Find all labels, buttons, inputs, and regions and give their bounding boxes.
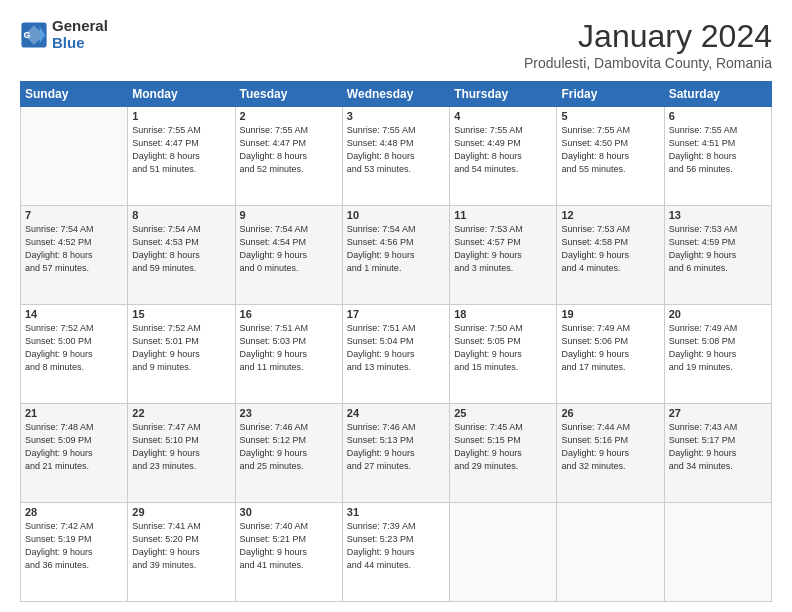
calendar-cell: 10Sunrise: 7:54 AM Sunset: 4:56 PM Dayli… <box>342 206 449 305</box>
header: G General Blue January 2024 Produlesti, … <box>20 18 772 71</box>
day-number: 4 <box>454 110 552 122</box>
day-number: 26 <box>561 407 659 419</box>
subtitle: Produlesti, Dambovita County, Romania <box>524 55 772 71</box>
calendar-cell: 29Sunrise: 7:41 AM Sunset: 5:20 PM Dayli… <box>128 503 235 602</box>
day-number: 29 <box>132 506 230 518</box>
calendar-cell <box>450 503 557 602</box>
day-info: Sunrise: 7:55 AM Sunset: 4:51 PM Dayligh… <box>669 124 767 176</box>
calendar-cell: 20Sunrise: 7:49 AM Sunset: 5:08 PM Dayli… <box>664 305 771 404</box>
day-number: 1 <box>132 110 230 122</box>
calendar-cell: 30Sunrise: 7:40 AM Sunset: 5:21 PM Dayli… <box>235 503 342 602</box>
day-number: 31 <box>347 506 445 518</box>
calendar-cell: 14Sunrise: 7:52 AM Sunset: 5:00 PM Dayli… <box>21 305 128 404</box>
day-info: Sunrise: 7:54 AM Sunset: 4:53 PM Dayligh… <box>132 223 230 275</box>
calendar-cell: 13Sunrise: 7:53 AM Sunset: 4:59 PM Dayli… <box>664 206 771 305</box>
calendar-cell: 22Sunrise: 7:47 AM Sunset: 5:10 PM Dayli… <box>128 404 235 503</box>
logo-icon: G <box>20 21 48 49</box>
calendar-cell: 15Sunrise: 7:52 AM Sunset: 5:01 PM Dayli… <box>128 305 235 404</box>
calendar-cell: 6Sunrise: 7:55 AM Sunset: 4:51 PM Daylig… <box>664 107 771 206</box>
calendar-cell <box>21 107 128 206</box>
calendar-cell: 18Sunrise: 7:50 AM Sunset: 5:05 PM Dayli… <box>450 305 557 404</box>
calendar-cell: 27Sunrise: 7:43 AM Sunset: 5:17 PM Dayli… <box>664 404 771 503</box>
logo-text: General Blue <box>52 18 108 51</box>
day-info: Sunrise: 7:46 AM Sunset: 5:13 PM Dayligh… <box>347 421 445 473</box>
calendar-cell: 19Sunrise: 7:49 AM Sunset: 5:06 PM Dayli… <box>557 305 664 404</box>
day-number: 9 <box>240 209 338 221</box>
day-info: Sunrise: 7:41 AM Sunset: 5:20 PM Dayligh… <box>132 520 230 572</box>
calendar-cell: 1Sunrise: 7:55 AM Sunset: 4:47 PM Daylig… <box>128 107 235 206</box>
day-number: 10 <box>347 209 445 221</box>
day-info: Sunrise: 7:40 AM Sunset: 5:21 PM Dayligh… <box>240 520 338 572</box>
day-number: 16 <box>240 308 338 320</box>
page: G General Blue January 2024 Produlesti, … <box>0 0 792 612</box>
day-number: 3 <box>347 110 445 122</box>
calendar-cell: 8Sunrise: 7:54 AM Sunset: 4:53 PM Daylig… <box>128 206 235 305</box>
day-info: Sunrise: 7:51 AM Sunset: 5:03 PM Dayligh… <box>240 322 338 374</box>
day-info: Sunrise: 7:44 AM Sunset: 5:16 PM Dayligh… <box>561 421 659 473</box>
calendar-cell: 5Sunrise: 7:55 AM Sunset: 4:50 PM Daylig… <box>557 107 664 206</box>
day-info: Sunrise: 7:47 AM Sunset: 5:10 PM Dayligh… <box>132 421 230 473</box>
day-info: Sunrise: 7:43 AM Sunset: 5:17 PM Dayligh… <box>669 421 767 473</box>
day-info: Sunrise: 7:54 AM Sunset: 4:52 PM Dayligh… <box>25 223 123 275</box>
title-block: January 2024 Produlesti, Dambovita Count… <box>524 18 772 71</box>
calendar-cell: 26Sunrise: 7:44 AM Sunset: 5:16 PM Dayli… <box>557 404 664 503</box>
calendar-week-row: 14Sunrise: 7:52 AM Sunset: 5:00 PM Dayli… <box>21 305 772 404</box>
weekday-header-tuesday: Tuesday <box>235 82 342 107</box>
day-number: 15 <box>132 308 230 320</box>
day-info: Sunrise: 7:52 AM Sunset: 5:01 PM Dayligh… <box>132 322 230 374</box>
weekday-header-monday: Monday <box>128 82 235 107</box>
calendar-cell: 7Sunrise: 7:54 AM Sunset: 4:52 PM Daylig… <box>21 206 128 305</box>
day-number: 6 <box>669 110 767 122</box>
day-number: 12 <box>561 209 659 221</box>
calendar-cell: 28Sunrise: 7:42 AM Sunset: 5:19 PM Dayli… <box>21 503 128 602</box>
day-number: 22 <box>132 407 230 419</box>
calendar-cell: 4Sunrise: 7:55 AM Sunset: 4:49 PM Daylig… <box>450 107 557 206</box>
calendar-cell: 3Sunrise: 7:55 AM Sunset: 4:48 PM Daylig… <box>342 107 449 206</box>
calendar-header-row: SundayMondayTuesdayWednesdayThursdayFrid… <box>21 82 772 107</box>
day-number: 2 <box>240 110 338 122</box>
day-number: 20 <box>669 308 767 320</box>
day-number: 8 <box>132 209 230 221</box>
day-number: 5 <box>561 110 659 122</box>
calendar-cell: 16Sunrise: 7:51 AM Sunset: 5:03 PM Dayli… <box>235 305 342 404</box>
calendar-cell <box>664 503 771 602</box>
logo-blue-text: Blue <box>52 35 108 52</box>
weekday-header-friday: Friday <box>557 82 664 107</box>
day-number: 7 <box>25 209 123 221</box>
day-number: 13 <box>669 209 767 221</box>
weekday-header-wednesday: Wednesday <box>342 82 449 107</box>
calendar-week-row: 28Sunrise: 7:42 AM Sunset: 5:19 PM Dayli… <box>21 503 772 602</box>
calendar-cell: 11Sunrise: 7:53 AM Sunset: 4:57 PM Dayli… <box>450 206 557 305</box>
day-info: Sunrise: 7:54 AM Sunset: 4:56 PM Dayligh… <box>347 223 445 275</box>
calendar-cell <box>557 503 664 602</box>
day-info: Sunrise: 7:52 AM Sunset: 5:00 PM Dayligh… <box>25 322 123 374</box>
day-info: Sunrise: 7:50 AM Sunset: 5:05 PM Dayligh… <box>454 322 552 374</box>
day-number: 11 <box>454 209 552 221</box>
day-info: Sunrise: 7:42 AM Sunset: 5:19 PM Dayligh… <box>25 520 123 572</box>
day-info: Sunrise: 7:55 AM Sunset: 4:48 PM Dayligh… <box>347 124 445 176</box>
day-info: Sunrise: 7:55 AM Sunset: 4:47 PM Dayligh… <box>132 124 230 176</box>
logo: G General Blue <box>20 18 108 51</box>
month-title: January 2024 <box>524 18 772 55</box>
calendar-cell: 21Sunrise: 7:48 AM Sunset: 5:09 PM Dayli… <box>21 404 128 503</box>
day-info: Sunrise: 7:54 AM Sunset: 4:54 PM Dayligh… <box>240 223 338 275</box>
day-info: Sunrise: 7:55 AM Sunset: 4:50 PM Dayligh… <box>561 124 659 176</box>
day-info: Sunrise: 7:48 AM Sunset: 5:09 PM Dayligh… <box>25 421 123 473</box>
calendar-cell: 23Sunrise: 7:46 AM Sunset: 5:12 PM Dayli… <box>235 404 342 503</box>
calendar-cell: 12Sunrise: 7:53 AM Sunset: 4:58 PM Dayli… <box>557 206 664 305</box>
calendar-cell: 31Sunrise: 7:39 AM Sunset: 5:23 PM Dayli… <box>342 503 449 602</box>
day-info: Sunrise: 7:55 AM Sunset: 4:47 PM Dayligh… <box>240 124 338 176</box>
svg-text:G: G <box>24 29 31 39</box>
day-info: Sunrise: 7:49 AM Sunset: 5:08 PM Dayligh… <box>669 322 767 374</box>
day-info: Sunrise: 7:46 AM Sunset: 5:12 PM Dayligh… <box>240 421 338 473</box>
calendar-week-row: 1Sunrise: 7:55 AM Sunset: 4:47 PM Daylig… <box>21 107 772 206</box>
day-info: Sunrise: 7:51 AM Sunset: 5:04 PM Dayligh… <box>347 322 445 374</box>
logo-general-text: General <box>52 18 108 35</box>
calendar-cell: 2Sunrise: 7:55 AM Sunset: 4:47 PM Daylig… <box>235 107 342 206</box>
calendar-cell: 24Sunrise: 7:46 AM Sunset: 5:13 PM Dayli… <box>342 404 449 503</box>
day-info: Sunrise: 7:53 AM Sunset: 4:58 PM Dayligh… <box>561 223 659 275</box>
day-info: Sunrise: 7:39 AM Sunset: 5:23 PM Dayligh… <box>347 520 445 572</box>
day-number: 14 <box>25 308 123 320</box>
day-number: 28 <box>25 506 123 518</box>
calendar-cell: 9Sunrise: 7:54 AM Sunset: 4:54 PM Daylig… <box>235 206 342 305</box>
